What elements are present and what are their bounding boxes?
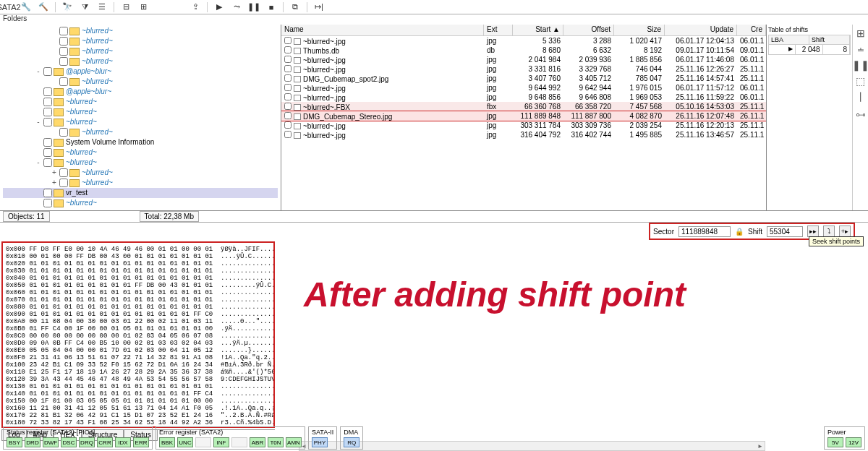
branch-icon[interactable]: ⤳ — [231, 1, 242, 13]
col-ext[interactable]: Ext — [484, 25, 513, 35]
led-DRD: DRD — [25, 437, 41, 447]
main-toolbar: SATA2 🔧 🔨 🔭 ⧩ ☰ ⊟ ⊞ ⇪ ▶ ⤳ ❚❚ ■ ⧉ ↦| — [0, 0, 868, 14]
play-icon[interactable]: ▶ — [213, 1, 225, 13]
export-icon[interactable]: ⇪ — [190, 1, 201, 13]
tree-item[interactable]: vr_test — [3, 188, 278, 198]
tree-item[interactable]: ~blurred~ — [3, 147, 278, 158]
code-icon[interactable]: ⬚ — [856, 75, 865, 87]
led-DSC: DSC — [61, 437, 77, 447]
power-register: Power 5V12V — [824, 426, 865, 450]
wrench-icon[interactable]: 🔧 — [20, 1, 32, 13]
total-label: Total: — [145, 212, 162, 220]
tree-item[interactable]: ~blurred~ — [3, 36, 278, 46]
led-RQ: RQ — [344, 437, 359, 447]
file-row[interactable]: ~blurred~.jpgjpg316 404 792316 402 7441 … — [281, 130, 766, 139]
shift-row[interactable]: ▶2 0488 — [768, 45, 851, 55]
status-bar: Objects: 11 Total: 22,38 Mb — [0, 211, 868, 223]
hammer-icon[interactable]: 🔨 — [38, 1, 49, 13]
file-row[interactable]: ~blurred~.jpgjpg9 644 9929 642 9441 976 … — [281, 83, 766, 93]
file-row[interactable]: ~blurred~.jpgjpg2 041 9842 039 9361 885 … — [281, 55, 766, 64]
tree-item[interactable]: -@apple~blur~ — [3, 66, 278, 77]
tree-item[interactable]: +~blurred~ — [3, 178, 278, 188]
led-PHY: PHY — [312, 437, 328, 447]
col-offset[interactable]: Offset — [563, 25, 614, 35]
led-CRR: CRR — [97, 437, 113, 447]
tree-item[interactable]: ~blurred~ — [3, 46, 278, 56]
file-row[interactable]: ~blurred~.jpgjpg303 311 784303 309 7362 … — [281, 121, 766, 130]
network-icon[interactable]: ⧟ — [856, 108, 866, 120]
led-INF: INF — [213, 437, 229, 447]
led-BSY: BSY — [7, 437, 22, 447]
shift-input[interactable] — [767, 226, 803, 237]
tree-item[interactable]: ~blurred~ — [3, 107, 278, 117]
sector-input[interactable] — [678, 226, 731, 237]
measure-icon[interactable]: ⫨ — [856, 43, 866, 55]
led-T0N: T0N — [268, 437, 284, 447]
annotation-text: After adding shift point — [304, 275, 686, 314]
shift-table: Table of shifts LBAShift ▶2 0488 — [767, 25, 852, 210]
file-row[interactable]: ~blurred~.FBXfbx66 360 76866 358 7207 45… — [281, 102, 766, 111]
tree-icon[interactable]: ⊟ — [120, 1, 132, 13]
led-DWF: DWF — [43, 437, 59, 447]
tooltip: Seek shift points — [809, 236, 864, 246]
device-label: SATA2 — [3, 1, 14, 13]
total-size: 22,38 Mb — [163, 212, 194, 220]
binoculars-icon[interactable]: 🔭 — [61, 1, 73, 13]
hex-view[interactable]: 0x000 FF D8 FF E0 00 10 4A 46 49 46 00 0… — [1, 241, 275, 428]
stop-icon[interactable]: ■ — [265, 1, 277, 13]
folders-header: Folders — [3, 14, 27, 25]
tree-item[interactable]: ~blurred~ — [3, 127, 278, 137]
tree-item[interactable]: ~blurred~ — [3, 56, 278, 66]
shift-col-lba[interactable]: LBA — [769, 35, 809, 44]
file-row[interactable]: ~blurred~.jpgjpg9 648 8569 646 8081 969 … — [281, 93, 766, 102]
led-UNC: UNC — [177, 437, 193, 447]
copy-icon[interactable]: ⧉ — [289, 1, 301, 13]
col-created[interactable]: Cre — [737, 25, 766, 35]
pause-icon[interactable]: ❚❚ — [852, 59, 869, 71]
tool-icon[interactable]: ⊞ — [856, 27, 865, 39]
seek-shift-button[interactable]: ⤵ — [823, 226, 835, 237]
register-panel: Status register (SATA2)-[PIO4] BSYDRDDWF… — [3, 426, 865, 450]
led-BBK: BBK — [159, 437, 175, 447]
led-blank — [231, 437, 247, 447]
add-shift-button[interactable]: +▸ — [839, 226, 851, 237]
tree-item[interactable]: ~blurred~ — [3, 198, 278, 208]
tree-item[interactable]: System Volume Information — [3, 137, 278, 147]
list-icon[interactable]: ☰ — [96, 1, 108, 13]
tree-item[interactable]: ~blurred~ — [3, 26, 278, 36]
led-5V: 5V — [827, 437, 843, 447]
tree-item[interactable]: -~blurred~ — [3, 117, 278, 127]
filter-icon[interactable]: ⼁ — [856, 91, 866, 104]
lock-icon[interactable]: 🔒 — [735, 228, 744, 236]
objects-count: 11 — [36, 212, 44, 220]
col-update[interactable]: Update — [665, 25, 737, 35]
tree-item[interactable]: -~blurred~ — [3, 158, 278, 168]
tree-item[interactable]: @apple~blur~ — [3, 87, 278, 97]
apply-shift-button[interactable]: ▸▸ — [807, 226, 819, 237]
col-start[interactable]: Start ▲ — [513, 25, 563, 35]
tree-item[interactable]: ~blurred~ — [3, 97, 278, 107]
file-row[interactable]: Thumbs.dbdb8 6806 6328 19209.01.17 10:11… — [281, 46, 766, 55]
tree-item[interactable]: ~blurred~ — [3, 77, 278, 87]
led-blank — [195, 437, 211, 447]
led-ERR: ERR — [133, 437, 149, 447]
funnel-icon[interactable]: ⧩ — [79, 1, 90, 13]
pause-icon[interactable]: ❚❚ — [248, 1, 260, 13]
led-DRQ: DRQ — [79, 437, 95, 447]
graph-icon[interactable]: ⊞ — [137, 1, 149, 13]
file-row[interactable]: DMG_Cubemap_spot2.jpgjpg3 407 7603 405 7… — [281, 74, 766, 83]
status-register: Status register (SATA2)-[PIO4] BSYDRDDWF… — [3, 426, 153, 450]
sector-toolbar: Sector 🔒 Shift ▸▸ ⤵ +▸ Seek shift points — [0, 223, 868, 240]
col-name[interactable]: Name — [281, 25, 484, 35]
led-AMN: AMN — [286, 437, 302, 447]
sector-label: Sector — [653, 228, 674, 236]
sata-register: SATA-II PHY — [308, 426, 337, 450]
objects-label: Objects: — [8, 212, 35, 220]
shift-col-shift[interactable]: Shift — [809, 35, 850, 44]
tree-item[interactable]: +~blurred~ — [3, 168, 278, 178]
file-row[interactable]: ~blurred~.jpgjpg5 3363 2881 020 41706.01… — [281, 36, 766, 46]
exit-icon[interactable]: ↦| — [313, 1, 325, 13]
col-size[interactable]: Size — [614, 25, 665, 35]
file-row[interactable]: DMG_Cubemap_Stereo.jpgjpg111 889 848111 … — [281, 111, 766, 121]
file-row[interactable]: ~blurred~.jpgjpg3 331 8163 329 768746 04… — [281, 64, 766, 74]
